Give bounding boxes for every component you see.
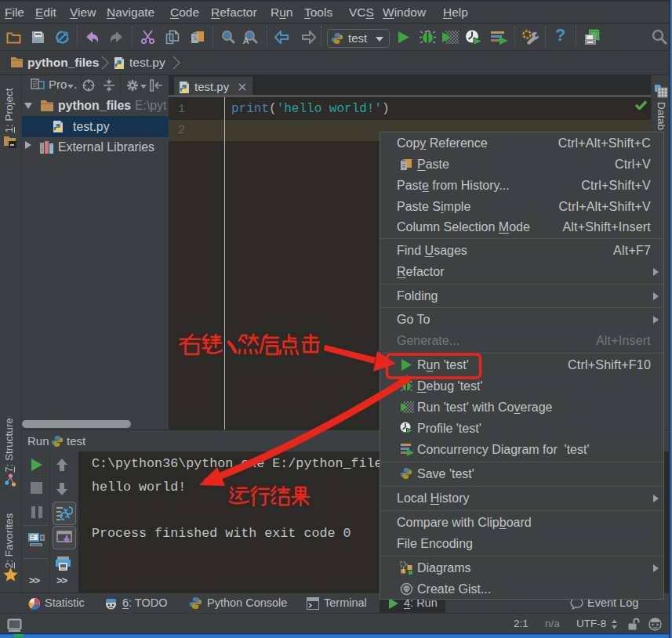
svg-text:A: A [243,36,249,45]
